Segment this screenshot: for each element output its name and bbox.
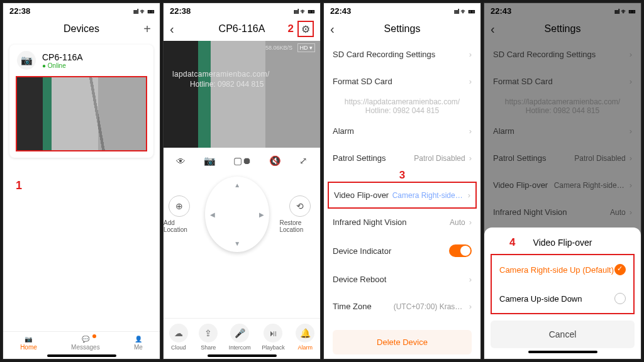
share-icon: ⇪ [199,324,218,343]
status-icons: ıııl ᯤ ▣▣ [454,8,474,15]
watermark-url: lapdatcameramienbac.com/ [172,70,270,79]
tab-home[interactable]: 📷 Home [20,336,37,351]
messages-icon: 💬 [82,336,89,343]
sheet-title: Video Flip-over [484,235,641,254]
tab-me-label: Me [134,344,143,351]
live-video[interactable]: 58.06KB/S HD ▾ lapdatcameramienbac.com/ … [164,41,320,148]
intercom-button[interactable]: 🎤Intercom [229,324,251,351]
flip-over-sheet: 4 Video Flip-over Camera Right-side Up (… [484,228,641,359]
option-right-side-up[interactable]: Camera Right-side Up (Default) [492,255,633,284]
page-title: Devices [64,23,99,35]
fullscreen-icon[interactable]: ⤢ [299,155,308,167]
record-icon[interactable]: ▢⏺ [233,155,252,167]
row-infrared[interactable]: Infrared Night VisionAuto› [324,209,480,236]
unread-dot-icon [92,334,96,338]
status-bar: 22:38 ıııl ᯤ ▣▣ [164,3,320,17]
chevron-right-icon: › [469,217,472,227]
indicator-toggle[interactable] [449,244,472,257]
row-sd-recording[interactable]: SD Card Recording Settings› [324,41,480,68]
cloud-icon: ☁ [169,324,188,343]
tab-bar: 📷 Home 💬 Messages 👤 Me [3,331,160,352]
add-location-button[interactable]: ⊕ Add Location [164,195,195,233]
camera-icon: 📷 [17,51,36,70]
row-format-sd[interactable]: Format SD Card› [324,68,480,95]
home-indicator [208,354,277,357]
screen-live-view: 22:38 ıııl ᯤ ▣▣ ‹ CP6-116A 2 ⚙ 58.06KB/S… [163,3,321,359]
clock: 22:38 [170,6,191,16]
ptz-controls: ⊕ Add Location ▲ ▼ ◀ ▶ ⟲ Restore Locatio… [164,174,320,258]
bottom-actions: ☁Cloud ⇪Share 🎤Intercom ⏯Playback 🔔Alarm [164,318,320,352]
row-alarm[interactable]: Alarm› [324,118,480,145]
home-icon: 📷 [25,336,32,343]
status-bar: 22:43 ıııl ᯤ ▣▣ [324,3,480,17]
header: Devices + [3,17,160,41]
add-device-icon[interactable]: + [143,22,151,36]
tab-messages-label: Messages [71,344,100,351]
playback-icon: ⏯ [264,324,282,343]
row-device-indicator[interactable]: Device Indicator [324,236,480,266]
back-icon[interactable]: ‹ [170,22,174,36]
cancel-button[interactable]: Cancel [491,321,635,348]
video-controls: 👁 📷 ▢⏺ 🔇 ⤢ [164,148,320,174]
row-video-flip[interactable]: Video Flip-overCamera Right-side Up (Def… [328,182,477,209]
target-add-icon: ⊕ [169,195,190,217]
arrow-left-icon: ◀ [210,211,215,218]
device-card[interactable]: 📷 CP6-116A ● Online [9,45,153,158]
tab-me[interactable]: 👤 Me [134,336,143,351]
alarm-button[interactable]: 🔔Alarm [296,324,314,351]
row-time-zone[interactable]: Time Zone(UTC+07:00) Krasnoyarsk› [324,293,480,320]
step-2-marker: 2 [288,23,294,35]
option-upside-down[interactable]: Camera Up-side Down [492,284,633,313]
watermark-hotline: Hotline: 0982 044 815 [324,106,480,118]
tab-messages[interactable]: 💬 Messages [71,336,100,351]
delete-device-button[interactable]: Delete Device [333,330,472,354]
home-indicator [528,351,597,353]
chevron-right-icon: › [469,153,472,163]
radio-selected-icon [614,264,626,275]
page-title: CP6-116A [219,23,265,35]
tab-home-label: Home [20,344,37,351]
profile-icon: 👤 [135,336,142,343]
bell-icon: 🔔 [296,324,314,343]
step-4-marker: 4 [509,236,515,249]
chevron-right-icon: › [469,50,472,59]
chevron-right-icon: › [469,126,472,136]
screen-devices: 22:38 ıııl ᯤ ▣▣ Devices + 📷 CP6-116A ● O… [3,3,160,359]
status-icons: ıııl ᯤ ▣▣ [294,8,314,15]
snapshot-icon[interactable]: 📷 [204,155,216,167]
bitrate-label: 58.06KB/S [265,45,292,51]
watermark-hotline: Hotline: 0982 044 815 [190,80,264,89]
cloud-button[interactable]: ☁Cloud [169,324,188,351]
restore-location-button[interactable]: ⟲ Restore Location [279,195,320,233]
chevron-right-icon: › [469,275,472,284]
quality-selector[interactable]: HD ▾ [297,43,316,52]
playback-button[interactable]: ⏯Playback [262,324,285,351]
row-patrol[interactable]: Patrol SettingsPatrol Disabled› [324,145,480,172]
clock: 22:43 [330,6,351,16]
clock: 22:38 [9,6,30,16]
status-bar: 22:38 ıııl ᯤ ▣▣ [3,3,160,17]
step-3-marker: 3 [324,169,480,182]
device-thumbnail[interactable] [16,76,147,151]
row-device-reboot[interactable]: Device Reboot› [324,266,480,293]
mute-icon[interactable]: 🔇 [269,155,281,167]
watermark-url: https://lapdatcameramienbac.com/ [324,95,480,106]
ptz-joystick[interactable]: ▲ ▼ ◀ ▶ [205,177,270,252]
arrow-up-icon: ▲ [234,182,240,189]
back-icon[interactable]: ‹ [330,22,335,36]
screen-settings-sheet: 22:43 ıııl ᯤ ▣▣ ‹ Settings SD Card Recor… [484,3,641,359]
page-title: Settings [384,23,421,35]
arrow-down-icon: ▼ [234,240,240,247]
flip-options-group: Camera Right-side Up (Default) Camera Up… [491,254,635,314]
chevron-right-icon: › [469,77,472,86]
mic-icon: 🎤 [230,324,249,343]
radio-unselected-icon [614,293,626,304]
device-name: CP6-116A [42,52,83,62]
restore-location-label: Restore Location [279,219,320,233]
home-indicator [47,354,116,357]
screen-settings: 22:43 ıııl ᯤ ▣▣ ‹ Settings SD Card Recor… [323,3,481,359]
settings-gear-icon[interactable]: ⚙ [297,21,314,37]
share-button[interactable]: ⇪Share [199,324,218,351]
eye-icon[interactable]: 👁 [176,156,186,167]
step-1-marker: 1 [16,179,22,192]
